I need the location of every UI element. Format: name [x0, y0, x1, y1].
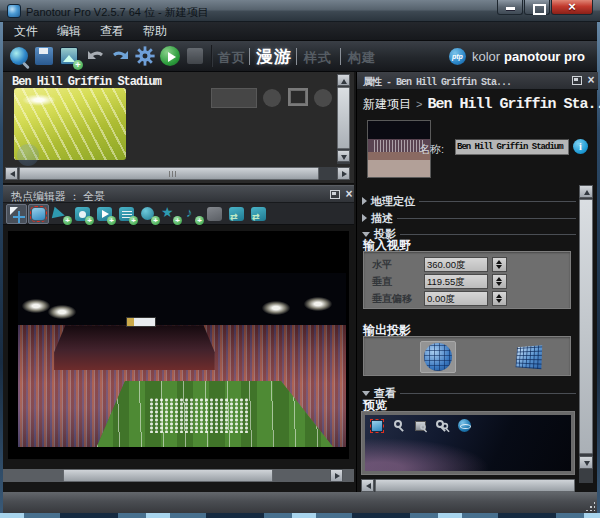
- redo-icon[interactable]: [109, 45, 131, 67]
- vertical-fov-field[interactable]: 119.55度: [424, 274, 488, 289]
- add-panorama-icon[interactable]: +: [58, 45, 80, 67]
- list-scroll-down[interactable]: [337, 150, 350, 162]
- float-panel-icon[interactable]: [572, 76, 582, 85]
- open-project-icon[interactable]: [8, 45, 30, 67]
- section-view[interactable]: 查看: [362, 386, 576, 400]
- crop-frame-icon[interactable]: [288, 88, 308, 106]
- menu-edit[interactable]: 编辑: [57, 23, 81, 40]
- section-geolocation[interactable]: 地理定位: [362, 194, 576, 208]
- add-sound-tool-icon[interactable]: ♪+: [182, 204, 203, 224]
- preview-image[interactable]: [365, 415, 571, 471]
- properties-scroll-down[interactable]: [579, 456, 593, 469]
- list-vscroll-thumb[interactable]: [337, 87, 350, 149]
- close-panel-icon[interactable]: [585, 73, 597, 87]
- chevron-right-icon: [362, 197, 367, 205]
- chevron-down-icon: [362, 232, 370, 237]
- info-icon[interactable]: i: [573, 139, 588, 154]
- name-input[interactable]: [455, 139, 569, 155]
- float-panel-icon[interactable]: [330, 190, 340, 199]
- list-hscroll-thumb[interactable]: [19, 167, 319, 180]
- tab-tour[interactable]: 漫游: [256, 45, 292, 68]
- sphere-projection-icon[interactable]: [420, 341, 456, 373]
- toolbar-separator: [211, 45, 213, 67]
- hotspot-editor-header[interactable]: 热点编辑器 ： 全景: [3, 185, 354, 203]
- menu-help[interactable]: 帮助: [143, 23, 167, 40]
- add-text-tool-icon[interactable]: +: [116, 204, 137, 224]
- properties-panel: 属性 - Ben Hill Griffin Sta... 新建项目 > Ben …: [356, 72, 597, 492]
- undo-icon[interactable]: [85, 45, 107, 67]
- swap-image-tool-icon[interactable]: ⇄: [226, 204, 247, 224]
- move-tool-icon[interactable]: [6, 204, 27, 224]
- breadcrumb: 新建项目 > Ben Hill Griffin Sta...: [363, 96, 600, 113]
- swap-image-alt-tool-icon[interactable]: ⇄: [248, 204, 269, 224]
- preview-scroll-left[interactable]: [361, 479, 374, 492]
- preview-play-icon[interactable]: [159, 45, 181, 67]
- horizontal-fov-stepper[interactable]: [492, 257, 507, 272]
- menu-view[interactable]: 查看: [100, 23, 124, 40]
- list-scroll-up[interactable]: [337, 74, 350, 86]
- preview-fit-view-icon[interactable]: [413, 418, 429, 434]
- ghost-round-button[interactable]: [314, 89, 332, 107]
- add-video-tool-icon[interactable]: +: [94, 204, 115, 224]
- canvas-hscroll-thumb[interactable]: [63, 469, 273, 482]
- preview-zoom-all-icon[interactable]: [435, 418, 451, 434]
- left-column: Ben Hill Griffin Stadium 热: [3, 72, 354, 492]
- panorama-photo[interactable]: [18, 273, 346, 447]
- preview-hscroll-thumb[interactable]: [375, 479, 575, 492]
- name-label: 名称:: [419, 142, 444, 157]
- add-star-tool-icon[interactable]: ★+: [160, 204, 181, 224]
- list-scroll-left[interactable]: [5, 167, 18, 180]
- window-frame-bottom: [0, 513, 600, 518]
- add-sphere-tool-icon[interactable]: +: [138, 204, 159, 224]
- canvas-background: [8, 231, 349, 459]
- canvas-scroll-right[interactable]: [330, 469, 343, 482]
- panorama-list-panel: Ben Hill Griffin Stadium: [3, 72, 354, 184]
- title-bar[interactable]: Panotour Pro V2.5.7 64 位 - 新建项目: [0, 0, 600, 22]
- brand-kolor: kolor: [472, 49, 500, 64]
- properties-scroll-up[interactable]: [579, 185, 593, 198]
- library-icon[interactable]: [184, 45, 206, 67]
- list-scroll-right[interactable]: [337, 167, 350, 180]
- vertical-offset-field[interactable]: 0.00度: [424, 291, 488, 306]
- maximize-icon[interactable]: [524, 0, 550, 15]
- properties-vscroll-thumb[interactable]: [579, 199, 593, 454]
- ghost-round-button[interactable]: [263, 89, 281, 107]
- properties-title: 属性 - Ben Hill Griffin Sta...: [363, 75, 511, 89]
- properties-header[interactable]: 属性 - Ben Hill Griffin Sta...: [357, 72, 598, 90]
- tab-style[interactable]: 样式: [304, 49, 332, 67]
- breadcrumb-separator: >: [416, 98, 422, 110]
- group-tool-icon[interactable]: [204, 204, 225, 224]
- tab-separator: [296, 48, 297, 65]
- close-panel-icon[interactable]: [343, 187, 355, 201]
- ghost-button[interactable]: [211, 88, 257, 108]
- polygon-hotspot-tool-icon[interactable]: +: [50, 204, 71, 224]
- resize-grip[interactable]: [585, 501, 595, 511]
- app-icon: [7, 4, 21, 18]
- preview-select-icon[interactable]: [369, 418, 385, 434]
- settings-gear-icon[interactable]: [134, 45, 156, 67]
- sphere-ghost-icon[interactable]: [17, 144, 39, 166]
- menu-file[interactable]: 文件: [14, 23, 38, 40]
- brand-logo: ptp kolor panotour pro: [449, 48, 585, 65]
- chevron-down-icon: [362, 391, 370, 396]
- preview-box: [361, 411, 575, 475]
- tab-home[interactable]: 首页: [218, 49, 246, 67]
- breadcrumb-root[interactable]: 新建项目: [363, 96, 411, 113]
- app-window: Panotour Pro V2.5.7 64 位 - 新建项目 文件 编辑 查看…: [0, 0, 600, 518]
- tab-separator: [340, 48, 341, 65]
- point-hotspot-tool-icon[interactable]: [28, 204, 49, 224]
- close-icon[interactable]: [551, 0, 593, 15]
- preview-globe-icon[interactable]: [457, 418, 473, 434]
- section-description[interactable]: 描述: [362, 211, 576, 225]
- horizontal-fov-field[interactable]: 360.00度: [424, 257, 488, 272]
- tab-build[interactable]: 构建: [348, 49, 376, 67]
- preview-zoom-icon[interactable]: [391, 418, 407, 434]
- hotspot-canvas[interactable]: [3, 225, 354, 468]
- vertical-offset-stepper[interactable]: [492, 291, 507, 306]
- add-image-tool-icon[interactable]: +: [72, 204, 93, 224]
- plane-projection-icon[interactable]: [510, 341, 546, 373]
- canvas-hscroll-track[interactable]: [3, 469, 354, 482]
- save-icon[interactable]: [33, 45, 55, 67]
- vertical-fov-stepper[interactable]: [492, 274, 507, 289]
- minimize-icon[interactable]: [497, 0, 523, 15]
